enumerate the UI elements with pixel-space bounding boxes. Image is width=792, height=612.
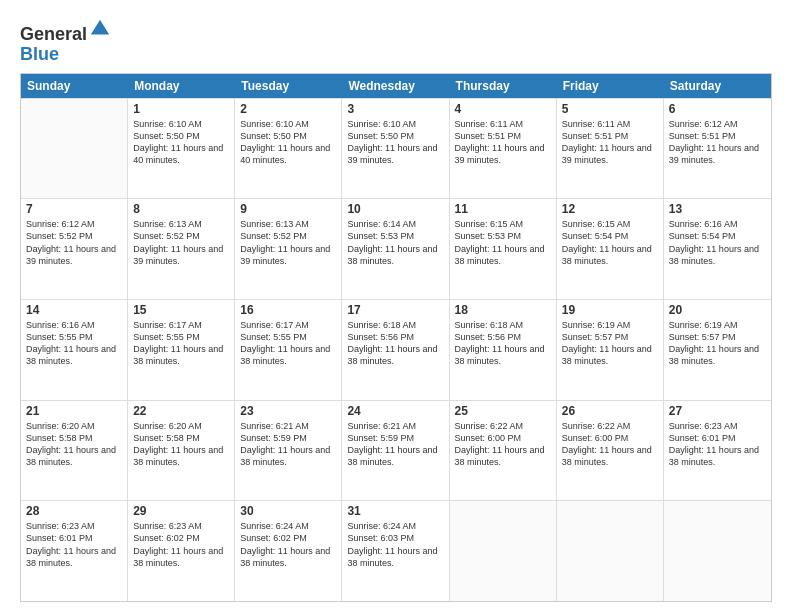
cell-info: Sunrise: 6:12 AMSunset: 5:52 PMDaylight:…: [26, 218, 122, 267]
cal-row: 1Sunrise: 6:10 AMSunset: 5:50 PMDaylight…: [21, 98, 771, 199]
day-number: 31: [347, 504, 443, 518]
cell-info: Sunrise: 6:22 AMSunset: 6:00 PMDaylight:…: [562, 420, 658, 469]
day-number: 17: [347, 303, 443, 317]
cal-cell: 22Sunrise: 6:20 AMSunset: 5:58 PMDayligh…: [128, 401, 235, 501]
cell-info: Sunrise: 6:15 AMSunset: 5:54 PMDaylight:…: [562, 218, 658, 267]
cell-info: Sunrise: 6:18 AMSunset: 5:56 PMDaylight:…: [455, 319, 551, 368]
day-number: 1: [133, 102, 229, 116]
cal-header-day: Saturday: [664, 74, 771, 98]
cal-cell: 31Sunrise: 6:24 AMSunset: 6:03 PMDayligh…: [342, 501, 449, 601]
day-number: 5: [562, 102, 658, 116]
cal-cell: 8Sunrise: 6:13 AMSunset: 5:52 PMDaylight…: [128, 199, 235, 299]
cell-info: Sunrise: 6:23 AMSunset: 6:01 PMDaylight:…: [26, 520, 122, 569]
day-number: 10: [347, 202, 443, 216]
cal-header-day: Sunday: [21, 74, 128, 98]
cell-info: Sunrise: 6:16 AMSunset: 5:54 PMDaylight:…: [669, 218, 766, 267]
cal-cell: 1Sunrise: 6:10 AMSunset: 5:50 PMDaylight…: [128, 99, 235, 199]
cal-cell: [557, 501, 664, 601]
header: General Blue: [20, 18, 772, 65]
cal-cell: 10Sunrise: 6:14 AMSunset: 5:53 PMDayligh…: [342, 199, 449, 299]
day-number: 16: [240, 303, 336, 317]
cal-cell: 21Sunrise: 6:20 AMSunset: 5:58 PMDayligh…: [21, 401, 128, 501]
cal-row: 7Sunrise: 6:12 AMSunset: 5:52 PMDaylight…: [21, 198, 771, 299]
day-number: 2: [240, 102, 336, 116]
day-number: 12: [562, 202, 658, 216]
cal-cell: 18Sunrise: 6:18 AMSunset: 5:56 PMDayligh…: [450, 300, 557, 400]
cal-cell: 27Sunrise: 6:23 AMSunset: 6:01 PMDayligh…: [664, 401, 771, 501]
cell-info: Sunrise: 6:10 AMSunset: 5:50 PMDaylight:…: [133, 118, 229, 167]
cal-cell: 5Sunrise: 6:11 AMSunset: 5:51 PMDaylight…: [557, 99, 664, 199]
cell-info: Sunrise: 6:18 AMSunset: 5:56 PMDaylight:…: [347, 319, 443, 368]
cell-info: Sunrise: 6:22 AMSunset: 6:00 PMDaylight:…: [455, 420, 551, 469]
cal-cell: 19Sunrise: 6:19 AMSunset: 5:57 PMDayligh…: [557, 300, 664, 400]
cal-header-day: Monday: [128, 74, 235, 98]
cell-info: Sunrise: 6:24 AMSunset: 6:03 PMDaylight:…: [347, 520, 443, 569]
cal-cell: 30Sunrise: 6:24 AMSunset: 6:02 PMDayligh…: [235, 501, 342, 601]
day-number: 9: [240, 202, 336, 216]
cal-header-day: Tuesday: [235, 74, 342, 98]
logo-icon: [89, 18, 111, 40]
day-number: 7: [26, 202, 122, 216]
cal-row: 21Sunrise: 6:20 AMSunset: 5:58 PMDayligh…: [21, 400, 771, 501]
cal-cell: 15Sunrise: 6:17 AMSunset: 5:55 PMDayligh…: [128, 300, 235, 400]
cal-cell: 25Sunrise: 6:22 AMSunset: 6:00 PMDayligh…: [450, 401, 557, 501]
day-number: 23: [240, 404, 336, 418]
page: General Blue SundayMondayTuesdayWednesda…: [0, 0, 792, 612]
day-number: 8: [133, 202, 229, 216]
logo-general: General: [20, 24, 87, 44]
day-number: 3: [347, 102, 443, 116]
cell-info: Sunrise: 6:16 AMSunset: 5:55 PMDaylight:…: [26, 319, 122, 368]
day-number: 25: [455, 404, 551, 418]
cell-info: Sunrise: 6:17 AMSunset: 5:55 PMDaylight:…: [133, 319, 229, 368]
day-number: 24: [347, 404, 443, 418]
cal-cell: 7Sunrise: 6:12 AMSunset: 5:52 PMDaylight…: [21, 199, 128, 299]
cell-info: Sunrise: 6:17 AMSunset: 5:55 PMDaylight:…: [240, 319, 336, 368]
day-number: 30: [240, 504, 336, 518]
cell-info: Sunrise: 6:10 AMSunset: 5:50 PMDaylight:…: [240, 118, 336, 167]
cell-info: Sunrise: 6:15 AMSunset: 5:53 PMDaylight:…: [455, 218, 551, 267]
cell-info: Sunrise: 6:14 AMSunset: 5:53 PMDaylight:…: [347, 218, 443, 267]
logo: General Blue: [20, 18, 111, 65]
cal-cell: [450, 501, 557, 601]
cal-cell: 28Sunrise: 6:23 AMSunset: 6:01 PMDayligh…: [21, 501, 128, 601]
cell-info: Sunrise: 6:19 AMSunset: 5:57 PMDaylight:…: [669, 319, 766, 368]
cell-info: Sunrise: 6:21 AMSunset: 5:59 PMDaylight:…: [240, 420, 336, 469]
cal-cell: 2Sunrise: 6:10 AMSunset: 5:50 PMDaylight…: [235, 99, 342, 199]
cal-row: 14Sunrise: 6:16 AMSunset: 5:55 PMDayligh…: [21, 299, 771, 400]
cal-row: 28Sunrise: 6:23 AMSunset: 6:01 PMDayligh…: [21, 500, 771, 601]
day-number: 11: [455, 202, 551, 216]
calendar: SundayMondayTuesdayWednesdayThursdayFrid…: [20, 73, 772, 602]
day-number: 13: [669, 202, 766, 216]
day-number: 26: [562, 404, 658, 418]
cell-info: Sunrise: 6:23 AMSunset: 6:01 PMDaylight:…: [669, 420, 766, 469]
cell-info: Sunrise: 6:20 AMSunset: 5:58 PMDaylight:…: [133, 420, 229, 469]
cal-cell: 20Sunrise: 6:19 AMSunset: 5:57 PMDayligh…: [664, 300, 771, 400]
cell-info: Sunrise: 6:13 AMSunset: 5:52 PMDaylight:…: [133, 218, 229, 267]
cell-info: Sunrise: 6:10 AMSunset: 5:50 PMDaylight:…: [347, 118, 443, 167]
cal-cell: 9Sunrise: 6:13 AMSunset: 5:52 PMDaylight…: [235, 199, 342, 299]
day-number: 27: [669, 404, 766, 418]
cal-header-day: Wednesday: [342, 74, 449, 98]
cell-info: Sunrise: 6:23 AMSunset: 6:02 PMDaylight:…: [133, 520, 229, 569]
cal-cell: 16Sunrise: 6:17 AMSunset: 5:55 PMDayligh…: [235, 300, 342, 400]
cal-cell: [664, 501, 771, 601]
cell-info: Sunrise: 6:11 AMSunset: 5:51 PMDaylight:…: [455, 118, 551, 167]
cal-header-day: Thursday: [450, 74, 557, 98]
day-number: 29: [133, 504, 229, 518]
day-number: 22: [133, 404, 229, 418]
svg-marker-0: [91, 20, 109, 35]
cell-info: Sunrise: 6:24 AMSunset: 6:02 PMDaylight:…: [240, 520, 336, 569]
cal-cell: 26Sunrise: 6:22 AMSunset: 6:00 PMDayligh…: [557, 401, 664, 501]
logo-text: General Blue: [20, 18, 111, 65]
day-number: 4: [455, 102, 551, 116]
day-number: 6: [669, 102, 766, 116]
cal-cell: 11Sunrise: 6:15 AMSunset: 5:53 PMDayligh…: [450, 199, 557, 299]
day-number: 21: [26, 404, 122, 418]
cell-info: Sunrise: 6:19 AMSunset: 5:57 PMDaylight:…: [562, 319, 658, 368]
cal-cell: [21, 99, 128, 199]
day-number: 20: [669, 303, 766, 317]
cal-cell: 29Sunrise: 6:23 AMSunset: 6:02 PMDayligh…: [128, 501, 235, 601]
cell-info: Sunrise: 6:11 AMSunset: 5:51 PMDaylight:…: [562, 118, 658, 167]
cal-cell: 12Sunrise: 6:15 AMSunset: 5:54 PMDayligh…: [557, 199, 664, 299]
cal-cell: 4Sunrise: 6:11 AMSunset: 5:51 PMDaylight…: [450, 99, 557, 199]
